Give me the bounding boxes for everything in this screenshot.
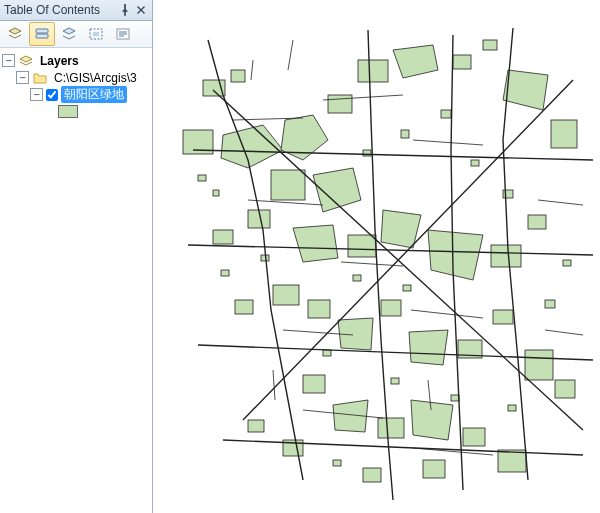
svg-marker-40 bbox=[411, 400, 453, 440]
svg-rect-60 bbox=[451, 395, 459, 401]
map-canvas bbox=[153, 0, 600, 513]
svg-rect-64 bbox=[333, 460, 341, 466]
svg-rect-34 bbox=[493, 310, 513, 324]
tree-layer-label: 朝阳区绿地 bbox=[61, 86, 127, 103]
expand-toggle[interactable]: − bbox=[2, 54, 15, 67]
svg-rect-51 bbox=[441, 110, 451, 118]
svg-rect-58 bbox=[323, 350, 331, 356]
tree-symbol-node[interactable] bbox=[2, 103, 150, 120]
svg-rect-53 bbox=[503, 190, 513, 198]
pin-icon[interactable] bbox=[118, 3, 132, 17]
table-of-contents-panel: Table Of Contents bbox=[0, 0, 153, 513]
svg-rect-56 bbox=[403, 285, 411, 291]
svg-rect-61 bbox=[508, 405, 516, 411]
svg-marker-12 bbox=[393, 45, 438, 78]
svg-rect-11 bbox=[358, 60, 388, 82]
svg-rect-46 bbox=[363, 468, 381, 482]
layers-stack-icon bbox=[7, 26, 23, 42]
svg-rect-45 bbox=[423, 460, 445, 478]
svg-rect-35 bbox=[525, 350, 553, 380]
svg-rect-14 bbox=[483, 40, 497, 50]
svg-rect-52 bbox=[471, 160, 479, 166]
svg-rect-41 bbox=[463, 428, 485, 446]
svg-marker-18 bbox=[313, 168, 361, 212]
svg-rect-48 bbox=[213, 190, 219, 196]
options-icon bbox=[115, 26, 131, 42]
svg-rect-42 bbox=[498, 450, 526, 472]
svg-rect-1 bbox=[36, 34, 48, 38]
tree-source-label: C:\GIS\Arcgis\3 bbox=[51, 71, 140, 85]
expand-toggle[interactable]: − bbox=[16, 71, 29, 84]
tree-layer-node[interactable]: − 朝阳区绿地 bbox=[2, 86, 150, 103]
expand-toggle[interactable]: − bbox=[30, 88, 43, 101]
svg-rect-13 bbox=[453, 55, 471, 69]
list-by-source-button[interactable] bbox=[29, 22, 55, 46]
svg-rect-55 bbox=[221, 270, 229, 276]
toc-toolbar bbox=[0, 21, 152, 48]
toc-tree[interactable]: − Layers − C:\GIS\Arcgis\3 − 朝阳区绿地 bbox=[0, 48, 152, 513]
svg-rect-31 bbox=[381, 300, 401, 316]
svg-rect-37 bbox=[303, 375, 325, 393]
svg-rect-22 bbox=[348, 235, 376, 257]
map-view[interactable] bbox=[153, 0, 600, 513]
svg-rect-57 bbox=[353, 275, 361, 281]
svg-rect-44 bbox=[248, 420, 264, 432]
toc-options-button[interactable] bbox=[110, 22, 136, 46]
svg-rect-0 bbox=[36, 29, 48, 33]
close-icon[interactable] bbox=[134, 3, 148, 17]
toc-titlebar[interactable]: Table Of Contents bbox=[0, 0, 152, 21]
visibility-icon bbox=[61, 26, 77, 42]
svg-rect-27 bbox=[273, 285, 299, 305]
tree-root-label: Layers bbox=[37, 54, 82, 68]
list-by-selection-button[interactable] bbox=[83, 22, 109, 46]
svg-rect-20 bbox=[213, 230, 233, 244]
svg-rect-25 bbox=[491, 245, 521, 267]
svg-rect-50 bbox=[401, 130, 409, 138]
svg-rect-10 bbox=[328, 95, 352, 113]
toc-title-text: Table Of Contents bbox=[4, 3, 116, 17]
layer-symbol-swatch[interactable] bbox=[58, 105, 78, 118]
svg-rect-39 bbox=[378, 418, 404, 438]
svg-rect-59 bbox=[391, 378, 399, 384]
svg-rect-28 bbox=[235, 300, 253, 314]
layer-visibility-checkbox[interactable] bbox=[46, 89, 58, 101]
svg-rect-3 bbox=[93, 32, 99, 36]
layers-root-icon bbox=[18, 53, 34, 69]
svg-rect-17 bbox=[271, 170, 305, 200]
svg-rect-47 bbox=[198, 175, 206, 181]
svg-rect-16 bbox=[551, 120, 577, 148]
svg-marker-24 bbox=[428, 230, 483, 280]
svg-rect-6 bbox=[231, 70, 245, 82]
list-by-drawing-order-button[interactable] bbox=[2, 22, 28, 46]
svg-rect-62 bbox=[545, 300, 555, 308]
svg-rect-26 bbox=[528, 215, 546, 229]
tree-source-node[interactable]: − C:\GIS\Arcgis\3 bbox=[2, 69, 150, 86]
tree-root-layers[interactable]: − Layers bbox=[2, 52, 150, 69]
svg-marker-32 bbox=[409, 330, 448, 365]
svg-rect-29 bbox=[308, 300, 330, 318]
svg-marker-21 bbox=[293, 225, 338, 262]
database-source-icon bbox=[34, 26, 50, 42]
svg-marker-15 bbox=[503, 70, 548, 110]
selection-icon bbox=[88, 26, 104, 42]
folder-icon bbox=[32, 70, 48, 86]
svg-rect-36 bbox=[555, 380, 575, 398]
list-by-visibility-button[interactable] bbox=[56, 22, 82, 46]
svg-rect-63 bbox=[563, 260, 571, 266]
